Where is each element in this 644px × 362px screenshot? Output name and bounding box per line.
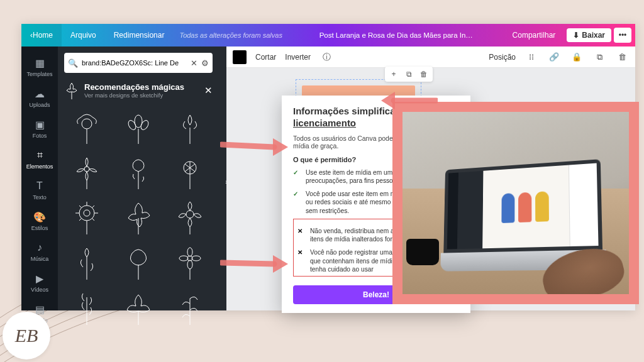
x-icon: ✕ (297, 227, 305, 244)
svg-point-2 (127, 119, 138, 131)
nav-templates[interactable]: ▦Templates (21, 52, 58, 82)
svg-point-6 (84, 210, 90, 216)
contextual-toolbar: Cortar Inverter ⓘ Posição ⁞⁞ 🔗 🔒 ⧉ 🗑 (226, 47, 635, 68)
nav-uploads[interactable]: ☁Uploads (21, 82, 58, 113)
resize-menu[interactable]: Redimensionar (105, 24, 174, 47)
nav-videos[interactable]: ▶Vídeos (21, 267, 58, 298)
link-icon[interactable]: 🔗 (547, 50, 561, 64)
element-item[interactable] (167, 197, 213, 236)
nav-fotos-label: Fotos (33, 133, 47, 139)
svg-point-8 (186, 211, 194, 218)
svg-point-12 (192, 256, 201, 261)
filter-icon[interactable]: ⚙ (201, 58, 209, 68)
svg-point-4 (84, 167, 89, 172)
file-menu[interactable]: Arquivo (62, 24, 105, 47)
side-panel: 🔍 ✕ ⚙ Recomendações mágicas Ver mais des… (58, 47, 219, 310)
more-menu-button[interactable]: ••• (614, 28, 631, 43)
element-item[interactable] (64, 152, 109, 191)
coffee-mug (406, 239, 439, 265)
page-mini-toolbar: + ⧉ 🗑 (385, 67, 433, 82)
elements-grid (64, 107, 213, 327)
duplicate-page-icon[interactable]: ⧉ (403, 69, 414, 80)
nav-elementos-label: Elementos (26, 163, 53, 170)
nav-fotos[interactable]: ▣Fotos (21, 113, 58, 144)
nav-texto[interactable]: TTexto (21, 175, 58, 206)
uploads-icon: ☁ (33, 87, 46, 100)
fotos-icon: ▣ (33, 118, 46, 131)
svg-point-11 (179, 256, 188, 261)
nav-musica-label: Música (31, 256, 49, 262)
search-input[interactable] (82, 59, 187, 67)
element-item[interactable] (167, 107, 213, 146)
nav-texto-label: Texto (33, 194, 47, 200)
svg-point-0 (82, 119, 92, 129)
clear-search-icon[interactable]: ✕ (191, 58, 197, 68)
element-item[interactable] (64, 107, 109, 146)
svg-point-3 (140, 119, 150, 131)
estilos-icon: 🎨 (33, 211, 46, 223)
illustration-card (392, 102, 639, 304)
templates-icon: ▦ (33, 57, 46, 69)
close-recommendations-icon[interactable]: ✕ (204, 85, 213, 96)
element-item[interactable] (64, 197, 109, 236)
color-swatch[interactable] (233, 50, 247, 64)
nav-videos-label: Vídeos (31, 287, 48, 293)
laptop-photo (402, 112, 629, 294)
flower-thumb-icon (64, 82, 79, 99)
nav-elementos[interactable]: ⌗Elementos (21, 144, 58, 175)
nav-musica[interactable]: ♪Música (21, 236, 58, 267)
element-item[interactable] (116, 243, 161, 282)
document-title[interactable]: Post Laranja e Rosa de Dia das Mães para… (319, 31, 473, 39)
back-button[interactable]: ‹ Home (21, 24, 62, 47)
element-item[interactable] (116, 197, 161, 236)
autosave-status: Todas as alterações foram salvas (173, 31, 288, 39)
check-icon: ✓ (293, 190, 301, 215)
musica-icon: ♪ (33, 241, 46, 254)
texto-icon: T (33, 180, 46, 192)
flip-button[interactable]: Inverter (285, 53, 311, 62)
license-heading-line2: licenciamento (293, 118, 356, 128)
nav-uploads-label: Uploads (29, 102, 50, 108)
author-logo: EB (3, 312, 50, 359)
svg-point-10 (187, 248, 192, 256)
recommendations-subtitle: Ver mais designs de sketchify (84, 92, 184, 99)
top-bar: ‹ Home Arquivo Redimensionar Todas as al… (21, 24, 635, 47)
crop-button[interactable]: Cortar (255, 53, 276, 62)
nav-templates-label: Templates (26, 71, 52, 77)
download-label: Baixar (582, 31, 605, 40)
duplicate-icon[interactable]: ⧉ (592, 50, 606, 64)
recommendations-title: Recomendações mágicas (84, 82, 184, 92)
element-item[interactable] (116, 107, 161, 146)
download-button[interactable]: ⬇ Baixar (567, 28, 611, 42)
element-item[interactable] (116, 288, 161, 327)
element-item[interactable] (116, 152, 161, 191)
nav-estilos-label: Estilos (31, 225, 48, 231)
lock-icon[interactable]: 🔒 (570, 50, 584, 64)
collapse-panel-handle[interactable] (219, 47, 226, 310)
delete-icon[interactable]: 🗑 (615, 50, 629, 64)
check-icon: ✓ (293, 168, 301, 185)
info-icon[interactable]: ⓘ (319, 50, 333, 64)
element-item[interactable] (167, 288, 213, 327)
download-icon: ⬇ (573, 31, 579, 40)
add-page-icon[interactable]: + (388, 69, 399, 80)
vertical-nav: ▦Templates ☁Uploads ▣Fotos ⌗Elementos TT… (21, 47, 58, 310)
share-button[interactable]: Compartilhar (504, 24, 565, 47)
x-icon: ✕ (297, 248, 305, 273)
elementos-icon: ⌗ (33, 149, 46, 162)
videos-icon: ▶ (33, 272, 46, 285)
home-label: Home (33, 31, 53, 40)
transparency-icon[interactable]: ⁞⁞ (525, 50, 538, 64)
element-item[interactable] (64, 288, 109, 327)
nav-estilos[interactable]: 🎨Estilos (21, 206, 58, 236)
element-item[interactable] (167, 152, 213, 191)
search-icon: 🔍 (68, 58, 78, 68)
position-button[interactable]: Posição (489, 53, 516, 62)
element-item[interactable] (167, 243, 213, 282)
magic-recommendations-header: Recomendações mágicas Ver mais designs d… (64, 82, 213, 99)
delete-page-icon[interactable]: 🗑 (418, 69, 430, 80)
search-box[interactable]: 🔍 ✕ ⚙ (64, 53, 213, 73)
element-item[interactable] (64, 243, 109, 282)
svg-point-13 (187, 260, 192, 269)
